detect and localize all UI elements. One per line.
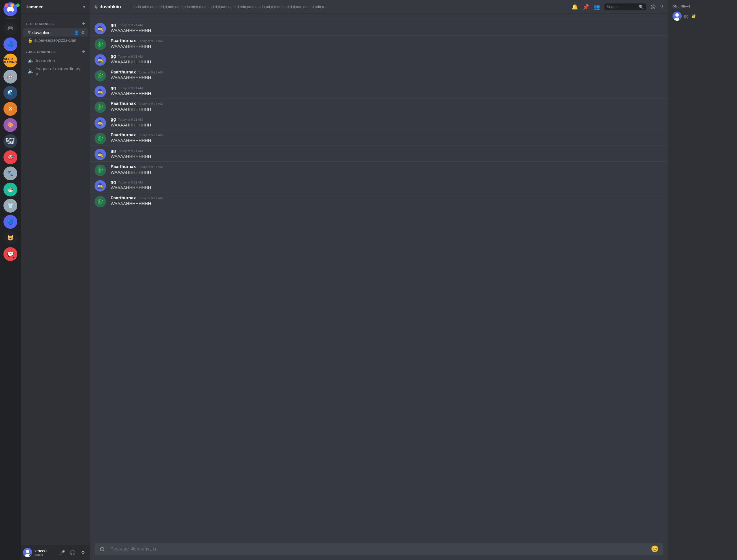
- maximize-button[interactable]: [16, 3, 20, 7]
- help-icon[interactable]: ?: [660, 4, 663, 10]
- deafen-button[interactable]: 🎧: [68, 548, 77, 557]
- add-voice-channel-icon[interactable]: +: [82, 49, 85, 55]
- message-username[interactable]: gg: [111, 148, 116, 153]
- server-icon-15[interactable]: 💬 3: [3, 247, 17, 261]
- message-avatar[interactable]: 🧙: [95, 180, 106, 192]
- message-timestamp: Today at 9:21 AM: [118, 86, 143, 90]
- text-channels-category[interactable]: TEXT CHANNELS +: [21, 16, 90, 28]
- server-list: 🎮 🔵 NERDGAMING 🤖 🌊 ⚔ 🎨 DAY'STOUR 🎯 🐾 🍜 👕…: [0, 0, 21, 560]
- message-timestamp: Today at 9:21 AM: [138, 71, 163, 74]
- user-controls: 🎤 🎧 ⚙: [58, 548, 88, 557]
- close-button[interactable]: [5, 3, 8, 7]
- invite-icon[interactable]: 👤: [74, 30, 79, 35]
- message-avatar[interactable]: 🧙: [95, 86, 106, 97]
- server-icon-9[interactable]: 🎯: [3, 150, 17, 164]
- message-username[interactable]: gg: [111, 117, 116, 122]
- message-header: gg Today at 9:21 AM: [111, 85, 663, 90]
- server-icon-13[interactable]: 🔵: [3, 215, 17, 229]
- message-content: WAAAAHHHHHHHH: [111, 138, 663, 144]
- message-group: 🧙 gg Today at 9:21 AM WAAAAHHHHHHHH 😊 ⋮: [90, 20, 668, 34]
- server-icon-3[interactable]: NERDGAMING: [3, 54, 17, 67]
- message-username[interactable]: Paarthurnax: [111, 69, 136, 74]
- settings-icon[interactable]: ⚙: [80, 30, 85, 35]
- server-icon-5[interactable]: 🌊: [3, 86, 17, 100]
- message-header: Paarthurnax Today at 9:21 AM: [111, 195, 663, 200]
- server-header[interactable]: Hammer ▾: [21, 0, 90, 14]
- svg-text:🐉: 🐉: [97, 135, 104, 142]
- member-item-gg[interactable]: gg 👑: [670, 10, 735, 22]
- channel-item-dovahkiin[interactable]: # dovahkiin 👤 ⚙: [23, 28, 88, 37]
- message-group: 🐉 Paarthurnax Today at 9:21 AM WAAAAHHHH…: [90, 130, 668, 144]
- channel-item-league[interactable]: 🔈 league-of-extraordinary-p...: [23, 65, 88, 77]
- message-content: WAAAAHHHHHHHH: [111, 28, 663, 34]
- server-divider: [6, 18, 15, 19]
- message-avatar[interactable]: 🐉: [95, 101, 106, 113]
- message-content: WAAAAHHHHHHHH: [111, 122, 663, 128]
- add-file-button[interactable]: ⊕: [96, 543, 108, 555]
- search-input[interactable]: [607, 5, 637, 9]
- message-avatar[interactable]: 🐉: [95, 133, 106, 144]
- voice-channels-category[interactable]: VOICE CHANNELS +: [21, 44, 90, 56]
- message-username[interactable]: Paarthurnax: [111, 38, 136, 43]
- svg-text:🧙: 🧙: [97, 88, 104, 95]
- message-avatar[interactable]: 🧙: [95, 117, 106, 129]
- message-avatar[interactable]: 🧙: [95, 149, 106, 160]
- message-input[interactable]: [111, 543, 649, 555]
- message-content: WAAAAHHHHHHHH: [111, 201, 663, 207]
- message-username[interactable]: gg: [111, 85, 116, 90]
- message-username[interactable]: gg: [111, 179, 116, 184]
- traffic-lights[interactable]: [0, 0, 24, 10]
- minimize-button[interactable]: [10, 3, 14, 7]
- message-avatar[interactable]: 🐉: [95, 164, 106, 176]
- message-avatar[interactable]: 🐉: [95, 39, 106, 50]
- message-group: 🧙 gg Today at 9:21 AM WAAAAHHHHHHHH 😊 ⋮: [90, 177, 668, 192]
- message-avatar[interactable]: 🧙: [95, 23, 106, 34]
- message-avatar[interactable]: 🐉: [95, 196, 106, 207]
- bell-icon[interactable]: 🔔: [572, 4, 578, 10]
- server-icon-4[interactable]: 🤖: [3, 70, 17, 84]
- server-icon-11[interactable]: 🍜: [3, 183, 17, 196]
- at-icon[interactable]: @: [651, 4, 656, 10]
- message-avatar[interactable]: 🐉: [95, 70, 106, 82]
- server-icon-6[interactable]: ⚔: [3, 102, 17, 116]
- members-icon[interactable]: 👥: [594, 4, 600, 10]
- messages-container: 🧙 gg Today at 9:21 AM WAAAAHHHHHHHH 😊 ⋮ …: [90, 14, 668, 543]
- mute-button[interactable]: 🎤: [58, 548, 67, 557]
- server-icon-10[interactable]: 🐾: [3, 167, 17, 180]
- channel-title-area: # dovahkiin: [95, 3, 121, 10]
- message-username[interactable]: gg: [111, 54, 116, 58]
- svg-text:🐉: 🐉: [97, 104, 104, 110]
- message-group: 🧙 gg Today at 9:21 AM WAAAAHHHHHHHH 😊 ⋮: [90, 145, 668, 160]
- message-username[interactable]: Paarthurnax: [111, 195, 136, 200]
- message-header: Paarthurnax Today at 9:21 AM: [111, 164, 663, 169]
- server-icon-1[interactable]: 🎮: [3, 21, 17, 35]
- search-box[interactable]: 🔍: [604, 3, 646, 10]
- server-name: Hammer: [25, 4, 43, 9]
- message-username[interactable]: Paarthurnax: [111, 101, 136, 106]
- add-text-channel-icon[interactable]: +: [82, 21, 85, 27]
- message-content: WAAAAHHHHHHHH: [111, 154, 663, 160]
- speaker-icon-1: 🔈: [28, 57, 34, 64]
- user-avatar[interactable]: [23, 548, 32, 557]
- channel-item-pizza[interactable]: 🔒 super-secret-pizza-clan: [23, 37, 88, 44]
- svg-text:🧙: 🧙: [97, 25, 104, 32]
- channel-item-foosroduh[interactable]: 🔈 foosroduh: [23, 56, 88, 65]
- message-timestamp: Today at 9:21 AM: [138, 165, 163, 169]
- server-icon-14[interactable]: 🐱: [3, 231, 17, 245]
- user-settings-button[interactable]: ⚙: [78, 548, 88, 557]
- server-icon-12[interactable]: 👕: [3, 199, 17, 213]
- message-group: 🐉 Paarthurnax Today at 9:21 AM WAAAAHHHH…: [90, 193, 668, 207]
- server-icon-8[interactable]: DAY'STOUR: [3, 134, 17, 148]
- emoji-button[interactable]: 😊: [651, 545, 659, 553]
- server-icon-2[interactable]: 🔵: [3, 37, 17, 51]
- message-username[interactable]: Paarthurnax: [111, 132, 136, 137]
- right-sidebar: ONLINE—1 gg 👑: [668, 0, 737, 560]
- member-avatar-gg: [672, 12, 682, 21]
- message-avatar[interactable]: 🧙: [95, 54, 106, 66]
- server-icon-7[interactable]: 🎨: [3, 118, 17, 132]
- message-content: WAAAAHHHHHHHH: [111, 75, 663, 81]
- pin-icon[interactable]: 📌: [583, 4, 589, 10]
- channel-name-dovahkiin: dovahkiin: [32, 30, 50, 35]
- message-username[interactable]: gg: [111, 22, 116, 27]
- message-username[interactable]: Paarthurnax: [111, 164, 136, 169]
